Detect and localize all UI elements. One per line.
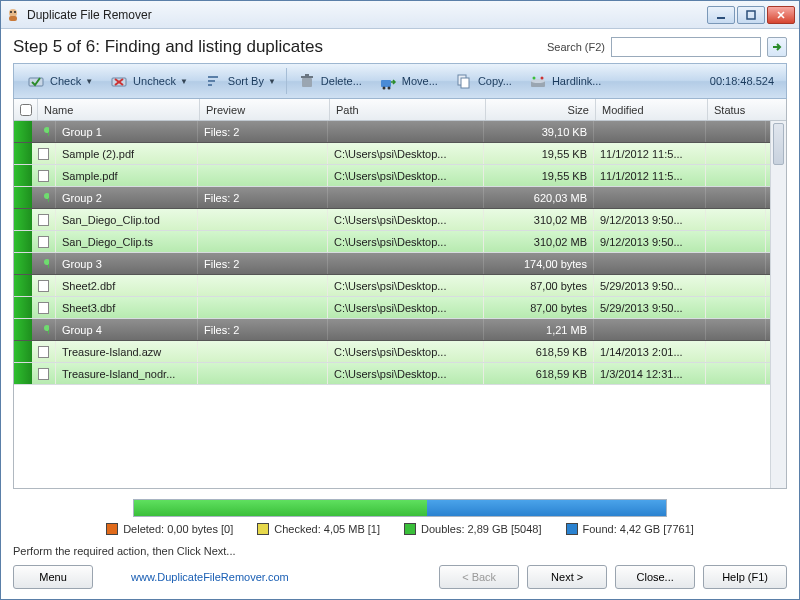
svg-point-2 — [10, 11, 12, 13]
file-row[interactable]: San_Diego_Clip.tsC:\Users\psi\Desktop...… — [14, 231, 786, 253]
file-row[interactable]: Sample (2).pdfC:\Users\psi\Desktop...19,… — [14, 143, 786, 165]
legend-doubles: Doubles: 2,89 GB [5048] — [404, 523, 541, 535]
row-handle — [14, 187, 32, 208]
sortby-button[interactable]: Sort By▼ — [196, 66, 284, 96]
step-row: Step 5 of 6: Finding and listing duplica… — [13, 37, 787, 57]
row-handle — [14, 231, 32, 252]
copy-icon — [454, 71, 474, 91]
elapsed-time: 00:18:48.524 — [710, 75, 782, 87]
svg-rect-1 — [9, 16, 17, 21]
hint-text: Perform the required action, then Click … — [13, 545, 787, 557]
group-icon — [36, 121, 56, 142]
column-preview[interactable]: Preview — [200, 99, 330, 120]
move-button[interactable]: Move... — [370, 66, 446, 96]
column-status[interactable]: Status — [708, 99, 768, 120]
svg-rect-4 — [717, 17, 725, 19]
search-go-button[interactable] — [767, 37, 787, 57]
svg-rect-12 — [208, 76, 218, 78]
group-files-count: Files: 2 — [198, 253, 328, 274]
scrollbar-thumb[interactable] — [773, 123, 784, 165]
file-row[interactable]: Sample.pdfC:\Users\psi\Desktop...19,55 K… — [14, 165, 786, 187]
group-row[interactable]: Group 4Files: 21,21 MB — [14, 319, 786, 341]
column-path[interactable]: Path — [330, 99, 486, 120]
list-body[interactable]: Group 1Files: 239,10 KBSample (2).pdfC:\… — [14, 121, 786, 488]
file-row[interactable]: Sheet3.dbfC:\Users\psi\Desktop...87,00 b… — [14, 297, 786, 319]
column-modified[interactable]: Modified — [596, 99, 708, 120]
file-row[interactable]: San_Diego_Clip.todC:\Users\psi\Desktop..… — [14, 209, 786, 231]
row-handle — [14, 253, 32, 274]
group-icon — [36, 319, 56, 340]
row-checkbox[interactable] — [38, 148, 49, 160]
row-checkbox[interactable] — [38, 236, 49, 248]
check-button[interactable]: Check▼ — [18, 66, 101, 96]
copy-label: Copy... — [478, 75, 512, 87]
group-row[interactable]: Group 3Files: 2174,00 bytes — [14, 253, 786, 275]
toolbar: Check▼ Uncheck▼ Sort By▼ Delete... Move.… — [13, 63, 787, 99]
column-size[interactable]: Size — [486, 99, 596, 120]
close-wizard-button[interactable]: Close... — [615, 565, 695, 589]
move-label: Move... — [402, 75, 438, 87]
svg-rect-15 — [302, 78, 312, 87]
group-label: Group 3 — [56, 253, 198, 274]
file-path: C:\Users\psi\Desktop... — [328, 275, 484, 296]
row-checkbox[interactable] — [38, 280, 49, 292]
file-path: C:\Users\psi\Desktop... — [328, 297, 484, 318]
row-handle — [14, 165, 32, 186]
row-checkbox[interactable] — [38, 302, 49, 314]
website-link[interactable]: www.DuplicateFileRemover.com — [131, 571, 289, 583]
header-checkbox[interactable] — [14, 99, 38, 120]
group-label: Group 4 — [56, 319, 198, 340]
file-row[interactable]: Treasure-Island_nodr...C:\Users\psi\Desk… — [14, 363, 786, 385]
copy-button[interactable]: Copy... — [446, 66, 520, 96]
row-checkbox[interactable] — [38, 346, 49, 358]
file-modified: 5/29/2013 9:50... — [594, 297, 706, 318]
trash-icon — [297, 71, 317, 91]
svg-point-3 — [14, 11, 16, 13]
svg-point-25 — [532, 77, 535, 80]
group-size: 39,10 KB — [484, 121, 594, 142]
search-input[interactable] — [611, 37, 761, 57]
file-row[interactable]: Sheet2.dbfC:\Users\psi\Desktop...87,00 b… — [14, 275, 786, 297]
uncheck-icon — [109, 71, 129, 91]
check-icon — [26, 71, 46, 91]
chevron-down-icon: ▼ — [268, 77, 276, 86]
client-area: Step 5 of 6: Finding and listing duplica… — [1, 29, 799, 599]
group-row[interactable]: Group 2Files: 2620,03 MB — [14, 187, 786, 209]
file-name: Treasure-Island.azw — [56, 341, 198, 362]
next-button[interactable]: Next > — [527, 565, 607, 589]
check-label: Check — [50, 75, 81, 87]
hardlink-button[interactable]: Hardlink... — [520, 66, 610, 96]
row-checkbox[interactable] — [38, 214, 49, 226]
row-checkbox[interactable] — [38, 368, 49, 380]
delete-button[interactable]: Delete... — [289, 66, 370, 96]
row-checkbox[interactable] — [38, 170, 49, 182]
column-name[interactable]: Name — [38, 99, 200, 120]
file-row[interactable]: Treasure-Island.azwC:\Users\psi\Desktop.… — [14, 341, 786, 363]
titlebar[interactable]: Duplicate File Remover — [1, 1, 799, 29]
hardlink-label: Hardlink... — [552, 75, 602, 87]
back-button[interactable]: < Back — [439, 565, 519, 589]
swatch-checked — [257, 523, 269, 535]
file-modified: 9/12/2013 9:50... — [594, 209, 706, 230]
uncheck-label: Uncheck — [133, 75, 176, 87]
row-handle — [14, 209, 32, 230]
help-button[interactable]: Help (F1) — [703, 565, 787, 589]
menu-button[interactable]: Menu — [13, 565, 93, 589]
file-size: 19,55 KB — [484, 143, 594, 164]
row-handle — [14, 297, 32, 318]
group-row[interactable]: Group 1Files: 239,10 KB — [14, 121, 786, 143]
file-size: 87,00 bytes — [484, 297, 594, 318]
app-icon — [5, 7, 21, 23]
minimize-button[interactable] — [707, 6, 735, 24]
svg-rect-13 — [208, 80, 215, 82]
file-name: Sample (2).pdf — [56, 143, 198, 164]
svg-rect-5 — [747, 11, 755, 19]
svg-point-31 — [44, 259, 49, 265]
footer: Menu www.DuplicateFileRemover.com < Back… — [13, 565, 787, 589]
window-controls — [707, 6, 795, 24]
uncheck-button[interactable]: Uncheck▼ — [101, 66, 196, 96]
svg-point-27 — [44, 127, 49, 133]
close-button[interactable] — [767, 6, 795, 24]
scrollbar[interactable] — [770, 121, 786, 488]
maximize-button[interactable] — [737, 6, 765, 24]
